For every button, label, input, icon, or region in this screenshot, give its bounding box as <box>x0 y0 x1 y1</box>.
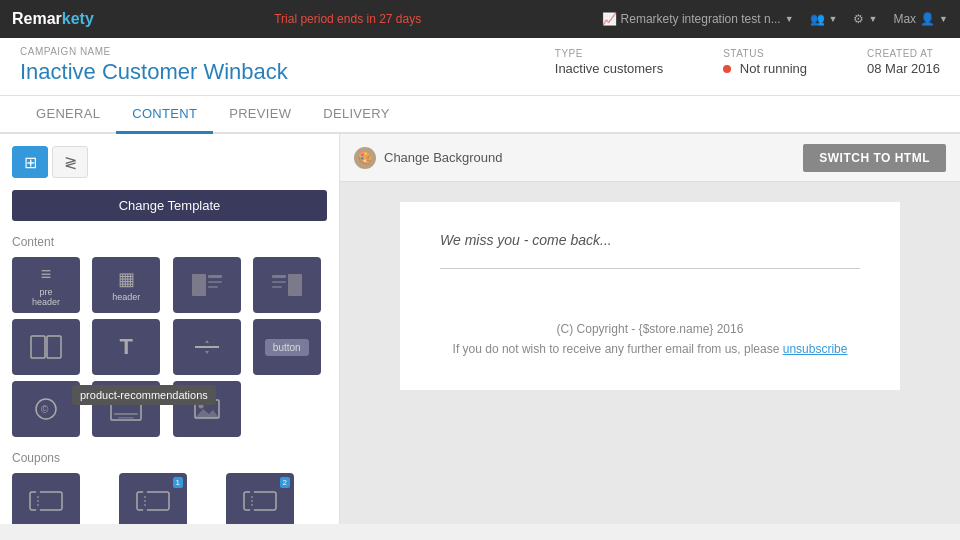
columns-icon <box>30 335 62 359</box>
status-dot <box>723 65 731 73</box>
preview-toolbar: 🎨 Change Background SWITCH TO HTML <box>340 134 960 182</box>
svg-rect-1 <box>208 275 222 278</box>
campaign-meta: TYPE Inactive customers STATUS Not runni… <box>555 48 940 76</box>
main-content: ⊞ ≷ Change Template Content ≡ preheader … <box>0 134 960 524</box>
chevron-down-icon: ▼ <box>785 14 794 24</box>
people-menu[interactable]: 👥 ▼ <box>810 12 838 26</box>
campaign-type-group: TYPE Inactive customers <box>555 48 663 76</box>
sidebar: ⊞ ≷ Change Template Content ≡ preheader … <box>0 134 340 524</box>
visual-editor-toggle[interactable]: ⊞ <box>12 146 48 178</box>
code-icon: ≷ <box>64 153 77 172</box>
svg-rect-8 <box>31 336 45 358</box>
email-content-area: We miss you - come back... <box>400 202 900 299</box>
image-text-2-icon <box>271 273 303 297</box>
svg-rect-0 <box>192 274 206 296</box>
change-background-button[interactable]: 🎨 Change Background <box>354 147 503 169</box>
people-icon: 👥 <box>810 12 825 26</box>
content-blocks-grid: ≡ preheader ▦ header <box>12 257 327 437</box>
svg-text:©: © <box>41 404 49 415</box>
tab-content[interactable]: CONTENT <box>116 96 213 134</box>
block-social[interactable]: © <box>12 381 80 437</box>
chevron-down-icon: ▼ <box>829 14 838 24</box>
switch-to-html-button[interactable]: SWITCH TO HTML <box>803 144 946 172</box>
svg-point-31 <box>250 490 254 494</box>
tooltip-product-recommendations: product-recommendations <box>72 385 216 405</box>
campaign-name-label: CAMPAIGN NAME <box>20 46 288 57</box>
svg-marker-11 <box>205 340 209 343</box>
svg-rect-29 <box>244 492 276 510</box>
chevron-down-icon: ▼ <box>868 14 877 24</box>
gear-icon: ⚙ <box>853 12 864 26</box>
coupons-section-label: Coupons <box>12 451 327 465</box>
email-footer: (C) Copyright - {$store.name} 2016 If yo… <box>400 299 900 390</box>
tab-general[interactable]: GENERAL <box>20 96 116 134</box>
logo: Remarkety <box>12 10 94 28</box>
svg-rect-17 <box>118 417 134 419</box>
email-body: We miss you - come back... (C) Copyright… <box>400 202 900 390</box>
logo-accent: kety <box>62 10 94 27</box>
social-icon: © <box>32 397 60 421</box>
header-icon: ▦ <box>118 268 135 290</box>
change-template-button[interactable]: Change Template <box>12 190 327 221</box>
change-bg-label: Change Background <box>384 150 503 165</box>
trial-notice: Trial period ends in 27 days <box>94 12 602 26</box>
svg-rect-16 <box>114 413 138 415</box>
campaign-header: CAMPAIGN NAME Inactive Customer Winback … <box>0 38 960 96</box>
image-text-icon <box>191 273 223 297</box>
tab-preview[interactable]: PREVIEW <box>213 96 307 134</box>
svg-rect-25 <box>137 492 169 510</box>
block-image-text-2[interactable] <box>253 257 321 313</box>
created-label: CREATED AT <box>867 48 940 59</box>
paint-icon: 🎨 <box>354 147 376 169</box>
block-columns[interactable] <box>12 319 80 375</box>
settings-menu[interactable]: ⚙ ▼ <box>853 12 877 26</box>
status-value: Not running <box>723 61 807 76</box>
tabs-bar: GENERAL CONTENT PREVIEW DELIVERY <box>0 96 960 134</box>
code-editor-toggle[interactable]: ≷ <box>52 146 88 178</box>
campaign-created-group: CREATED AT 08 Mar 2016 <box>867 48 940 76</box>
svg-rect-3 <box>208 286 218 288</box>
svg-point-23 <box>36 490 40 494</box>
svg-rect-2 <box>208 281 222 283</box>
svg-rect-6 <box>272 286 282 288</box>
view-toggle: ⊞ ≷ <box>12 146 327 178</box>
svg-rect-21 <box>30 492 62 510</box>
chevron-down-icon: ▼ <box>939 14 948 24</box>
store-name: Remarkety integration test n... <box>621 12 781 26</box>
store-selector[interactable]: 📈 Remarkety integration test n... ▼ <box>602 12 794 26</box>
block-button[interactable]: button <box>253 319 321 375</box>
user-icon: 👤 <box>920 12 935 26</box>
created-value: 08 Mar 2016 <box>867 61 940 76</box>
nav-right-section: 📈 Remarkety integration test n... ▼ 👥 ▼ … <box>602 12 948 26</box>
tab-delivery[interactable]: DELIVERY <box>307 96 405 134</box>
svg-point-32 <box>250 508 254 512</box>
text-block-icon: T <box>120 334 133 360</box>
block-coupon-1[interactable]: 1 <box>119 473 187 524</box>
email-preview-area: 🎨 Change Background SWITCH TO HTML We mi… <box>340 134 960 524</box>
grid-icon: ⊞ <box>24 153 37 172</box>
svg-marker-20 <box>195 409 219 418</box>
block-image-text[interactable] <box>173 257 241 313</box>
user-menu[interactable]: Max 👤 ▼ <box>893 12 948 26</box>
block-coupon-basic[interactable] <box>12 473 80 524</box>
preheader-label: preheader <box>32 287 60 307</box>
block-header[interactable]: ▦ header <box>92 257 160 313</box>
block-text[interactable]: T <box>92 319 160 375</box>
campaign-status-group: STATUS Not running <box>723 48 807 76</box>
block-divider[interactable] <box>173 319 241 375</box>
coupon-basic-icon <box>28 486 64 516</box>
divider-icon <box>191 335 223 359</box>
top-navigation: Remarkety Trial period ends in 27 days 📈… <box>0 0 960 38</box>
unsubscribe-link[interactable]: unsubscribe <box>783 342 848 356</box>
svg-point-28 <box>143 508 147 512</box>
header-label: header <box>112 292 140 302</box>
user-name: Max <box>893 12 916 26</box>
block-preheader[interactable]: ≡ preheader <box>12 257 80 313</box>
block-coupon-2[interactable]: 2 <box>226 473 294 524</box>
unsubscribe-intro: If you do not wish to receive any furthe… <box>453 342 783 356</box>
coupon-blocks-grid: 1 2 <box>12 473 327 524</box>
email-unsubscribe-text: If you do not wish to receive any furthe… <box>440 339 860 359</box>
preheader-icon: ≡ <box>41 264 52 285</box>
coupon-2-icon <box>242 486 278 516</box>
svg-rect-4 <box>272 275 286 278</box>
